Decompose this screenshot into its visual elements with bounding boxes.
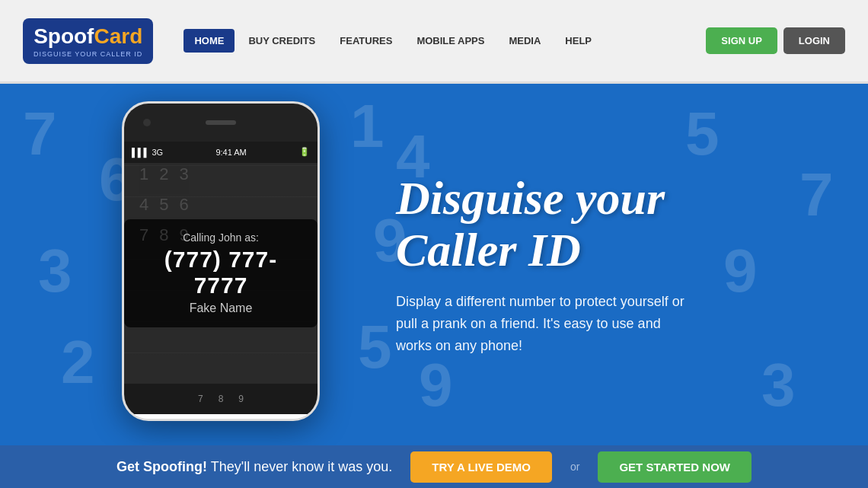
key-3: 3 xyxy=(180,164,189,184)
logo-text: SpoofCard xyxy=(34,24,142,49)
phone-device: ▌▌▌ 3G 9:41 AM 🔋 1 2 3 4 5 6 7 8 9 Calli… xyxy=(122,101,320,421)
phone-top xyxy=(124,104,318,142)
or-text: or xyxy=(570,461,579,473)
hero-title-line1: Disguise your xyxy=(396,172,665,224)
main-nav: HOME BUY CREDITS FEATURES MOBILE APPS ME… xyxy=(183,29,706,53)
key-1: 1 xyxy=(139,164,148,184)
key-8: 8 xyxy=(159,225,168,245)
demo-button[interactable]: TRY A LIVE DEMO xyxy=(410,451,552,483)
phone-keypad-nums: 7 8 9 xyxy=(124,384,318,414)
phone-battery: 🔋 xyxy=(299,147,310,157)
spoofing-text: Get Spoofing! They'll never know it was … xyxy=(116,459,392,475)
phone-speaker xyxy=(206,120,236,125)
key-9: 9 xyxy=(180,225,189,245)
home-button xyxy=(207,419,235,421)
logo: SpoofCard DISGUISE YOUR CALLER ID xyxy=(23,18,153,64)
phone-camera xyxy=(143,119,151,126)
logo-spoof: Spoof xyxy=(34,24,94,48)
key-7: 7 xyxy=(139,225,148,245)
nav-features[interactable]: FEATURES xyxy=(329,29,403,53)
login-button[interactable]: LOGIN xyxy=(783,27,845,54)
bg-num: 7 xyxy=(23,99,57,169)
calling-number: (777) 777-7777 xyxy=(142,247,299,298)
get-started-button[interactable]: GET STARTED NOW xyxy=(598,451,752,483)
spoofing-text-bold: Get Spoofing! xyxy=(116,459,207,474)
phone-status-bar: ▌▌▌ 3G 9:41 AM 🔋 xyxy=(124,142,318,163)
signup-button[interactable]: SIGN UP xyxy=(706,27,777,54)
logo-box: SpoofCard DISGUISE YOUR CALLER ID xyxy=(23,18,153,64)
phone-signal: ▌▌▌ 3G xyxy=(132,148,163,157)
hero-title-line2: Caller ID xyxy=(396,224,581,276)
header: SpoofCard DISGUISE YOUR CALLER ID HOME B… xyxy=(0,0,868,84)
nav-help[interactable]: HELP xyxy=(554,29,602,53)
hero-content: Disguise your Caller ID Display a differ… xyxy=(365,142,868,388)
phone-bottom xyxy=(124,414,318,421)
key-6: 6 xyxy=(180,195,189,215)
nav-mobile-apps[interactable]: MOBILE APPS xyxy=(406,29,495,53)
hero-description: Display a different number to protect yo… xyxy=(396,291,685,356)
nav-media[interactable]: MEDIA xyxy=(498,29,551,53)
phone-screen: 1 2 3 4 5 6 7 8 9 Calling John as: (777)… xyxy=(124,163,318,384)
bottom-bar: Get Spoofing! They'll never know it was … xyxy=(0,445,868,488)
calling-name: Fake Name xyxy=(142,301,299,315)
header-actions: SIGN UP LOGIN xyxy=(706,27,845,54)
key-5: 5 xyxy=(159,195,168,215)
key-2: 2 xyxy=(159,164,168,184)
hero-section: 7 6 3 2 1 4 9 5 9 5 9 3 7 ▌▌▌ 3G 9:41 AM… xyxy=(0,84,868,445)
spoofing-text-suffix: They'll never know it was you. xyxy=(207,459,392,474)
nav-home[interactable]: HOME xyxy=(183,29,235,53)
hero-title: Disguise your Caller ID xyxy=(396,172,822,276)
phone-mockup: ▌▌▌ 3G 9:41 AM 🔋 1 2 3 4 5 6 7 8 9 Calli… xyxy=(76,101,365,429)
logo-tagline: DISGUISE YOUR CALLER ID xyxy=(34,50,142,58)
nav-buy-credits[interactable]: BUY CREDITS xyxy=(238,29,326,53)
bg-num: 3 xyxy=(38,236,72,306)
logo-card: Card xyxy=(94,24,142,48)
key-4: 4 xyxy=(139,195,148,215)
phone-time: 9:41 AM xyxy=(215,148,246,157)
